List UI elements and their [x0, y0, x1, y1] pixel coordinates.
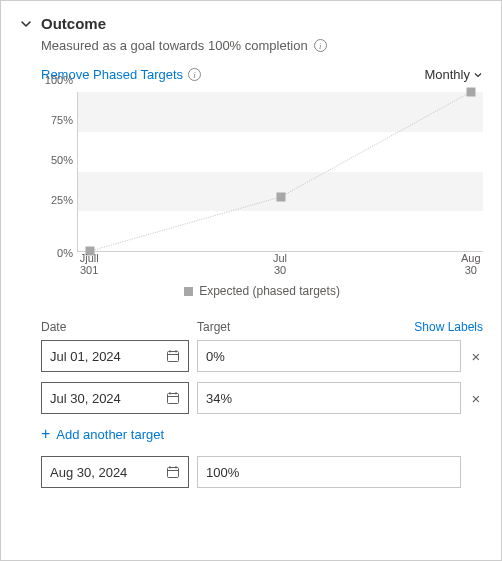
outcome-panel: Outcome Measured as a goal towards 100% … — [0, 0, 502, 561]
remove-row-button[interactable]: × — [469, 390, 483, 407]
date-field[interactable]: Jul 01, 2024 — [41, 340, 189, 372]
target-value: 34% — [206, 391, 232, 406]
chart-y-axis: 0% 25% 50% 75% 100% — [41, 92, 77, 252]
target-field[interactable]: 34% — [197, 382, 461, 414]
x-tick: Jjull 301 — [80, 252, 99, 276]
chart-point — [466, 88, 475, 97]
date-value: Jul 01, 2024 — [50, 349, 121, 364]
show-labels-link[interactable]: Show Labels — [414, 320, 483, 334]
x-tick: Aug 30 — [461, 252, 481, 276]
svg-rect-0 — [168, 352, 179, 362]
svg-rect-4 — [168, 394, 179, 404]
chevron-down-icon — [473, 70, 483, 80]
column-header-target: Target — [197, 320, 414, 334]
info-icon[interactable]: i — [188, 68, 201, 81]
calendar-icon — [166, 349, 180, 363]
chart-plot-area — [77, 92, 483, 252]
targets-header-row: Date Target Show Labels — [41, 320, 483, 334]
period-dropdown[interactable]: Monthly — [424, 67, 483, 82]
date-field[interactable]: Aug 30, 2024 — [41, 456, 189, 488]
period-label: Monthly — [424, 67, 470, 82]
calendar-icon — [166, 391, 180, 405]
chart-x-axis: Jjull 301 Jul 30 Aug 30 — [77, 252, 483, 280]
chart-point — [276, 192, 285, 201]
svg-rect-8 — [168, 468, 179, 478]
target-value: 0% — [206, 349, 225, 364]
subtitle-text: Measured as a goal towards 100% completi… — [41, 38, 308, 53]
target-row-final: Aug 30, 2024 100% — [41, 456, 483, 488]
target-field[interactable]: 100% — [197, 456, 461, 488]
chevron-down-icon — [19, 17, 33, 31]
target-value: 100% — [206, 465, 239, 480]
section-header[interactable]: Outcome — [19, 15, 483, 32]
calendar-icon — [166, 465, 180, 479]
section-title: Outcome — [41, 15, 106, 32]
x-tick: Jul 30 — [273, 252, 287, 276]
target-row: Jul 01, 2024 0% × — [41, 340, 483, 372]
legend-label: Expected (phased targets) — [199, 284, 340, 298]
section-subtitle: Measured as a goal towards 100% completi… — [41, 38, 483, 53]
y-tick: 100% — [45, 74, 73, 86]
chart-legend: Expected (phased targets) — [41, 284, 483, 298]
target-field[interactable]: 0% — [197, 340, 461, 372]
controls-row: Remove Phased Targets i Monthly — [41, 67, 483, 82]
column-header-date: Date — [41, 320, 197, 334]
y-tick: 75% — [51, 114, 73, 126]
phased-targets-chart: 0% 25% 50% 75% 100% Jjull 301 — [41, 92, 483, 298]
plus-icon: + — [41, 426, 50, 442]
info-icon[interactable]: i — [314, 39, 327, 52]
legend-square-icon — [184, 287, 193, 296]
date-value: Aug 30, 2024 — [50, 465, 127, 480]
date-field[interactable]: Jul 30, 2024 — [41, 382, 189, 414]
y-tick: 0% — [57, 247, 73, 259]
date-value: Jul 30, 2024 — [50, 391, 121, 406]
y-tick: 50% — [51, 154, 73, 166]
remove-row-button[interactable]: × — [469, 348, 483, 365]
add-target-label: Add another target — [56, 427, 164, 442]
target-row: Jul 30, 2024 34% × — [41, 382, 483, 414]
y-tick: 25% — [51, 194, 73, 206]
targets-table: Date Target Show Labels Jul 01, 2024 0% … — [41, 320, 483, 488]
add-target-button[interactable]: + Add another target — [41, 426, 483, 442]
